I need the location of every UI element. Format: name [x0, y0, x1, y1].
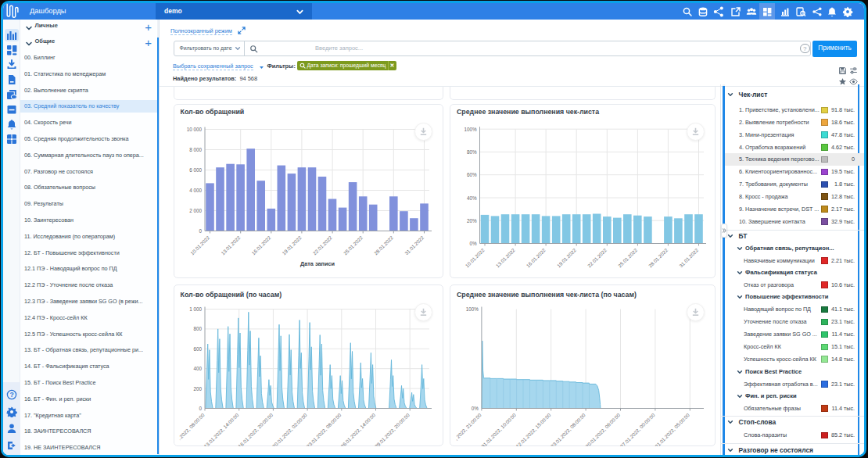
svg-text:19.01.2022: 19.01.2022 — [281, 234, 303, 256]
svg-text:800: 800 — [193, 326, 202, 331]
svg-text:1 000: 1 000 — [189, 306, 202, 312]
svg-text:25.01.2022: 25.01.2022 — [342, 234, 364, 256]
svg-text:6 000: 6 000 — [189, 167, 202, 173]
svg-text:16.01.2022: 16.01.2022 — [250, 234, 272, 256]
svg-text:29.01.2022, 20:00:00: 29.01.2022, 20:00:00 — [373, 412, 410, 446]
svg-text:2 000: 2 000 — [189, 208, 202, 213]
svg-text:100%: 100% — [464, 127, 477, 132]
svg-text:40%: 40% — [466, 195, 476, 201]
svg-text:20.01.2022, 06:00:00: 20.01.2022, 06:00:00 — [584, 412, 621, 446]
svg-text:?: ? — [9, 391, 13, 399]
svg-text:25.01.2022: 25.01.2022 — [616, 247, 638, 269]
svg-text:0%: 0% — [469, 241, 477, 246]
svg-text:13.01.2022: 13.01.2022 — [220, 234, 242, 256]
svg-text:23.01.2022, 08:00:00: 23.01.2022, 08:00:00 — [305, 412, 342, 446]
svg-text:23.01.2022, 08:00:00: 23.01.2022, 08:00:00 — [549, 412, 586, 446]
svg-text:0%: 0% — [471, 406, 479, 411]
svg-text:22.01.2022: 22.01.2022 — [586, 247, 608, 269]
svg-text:31.01.2022, 10:00:00: 31.01.2022, 10:00:00 — [479, 412, 516, 446]
svg-text:60%: 60% — [466, 172, 476, 177]
svg-text:20.01.2022, 02:00:00: 20.01.2022, 02:00:00 — [271, 412, 307, 446]
svg-text:16.01.2022: 16.01.2022 — [525, 247, 547, 269]
svg-text:27.01.2022, 00:00:00: 27.01.2022, 00:00:00 — [619, 412, 655, 446]
svg-text:Дата записи: Дата записи — [300, 260, 335, 267]
svg-text:600: 600 — [193, 346, 202, 352]
svg-text:8 000: 8 000 — [189, 147, 202, 152]
svg-text:31.01.2022: 31.01.2022 — [403, 234, 425, 256]
svg-text:13.01.2022, 14:00:00: 13.01.2022, 14:00:00 — [203, 412, 239, 446]
svg-text:400: 400 — [193, 366, 202, 371]
svg-text:80%: 80% — [466, 149, 476, 155]
svg-text:31.01.2022: 31.01.2022 — [677, 247, 699, 269]
svg-text:22.01.2022: 22.01.2022 — [311, 234, 333, 256]
svg-text:19.01.2022: 19.01.2022 — [555, 247, 577, 269]
svg-text:10 000: 10 000 — [186, 127, 202, 132]
svg-text:4 000: 4 000 — [189, 188, 202, 193]
svg-text:28.01.2022: 28.01.2022 — [647, 247, 669, 269]
svg-text:12.01.2022, 15:00:00: 12.01.2022, 15:00:00 — [515, 412, 551, 446]
svg-text:16.01.2022, 20:00:00: 16.01.2022, 20:00:00 — [237, 412, 274, 446]
svg-text:10.01.2022: 10.01.2022 — [464, 247, 486, 269]
svg-text:0: 0 — [199, 406, 202, 411]
svg-text:26.01.2022, 14:00:00: 26.01.2022, 14:00:00 — [339, 412, 376, 446]
svg-text:21.01.2022, 05:00:00: 21.01.2022, 05:00:00 — [653, 412, 690, 446]
svg-text:20%: 20% — [466, 218, 476, 224]
svg-text:13.01.2022: 13.01.2022 — [494, 247, 516, 269]
svg-text:..2022, 08:00:00: ..2022, 08:00:00 — [176, 412, 205, 441]
svg-text:10.01.2022: 10.01.2022 — [188, 234, 210, 256]
svg-text:100%: 100% — [465, 306, 479, 312]
svg-text:200: 200 — [193, 386, 202, 392]
svg-text:0: 0 — [199, 228, 202, 234]
svg-text:28.01.2022: 28.01.2022 — [372, 234, 394, 256]
svg-text:, 2022, 21:00:00: , 2022, 21:00:00 — [453, 412, 482, 441]
